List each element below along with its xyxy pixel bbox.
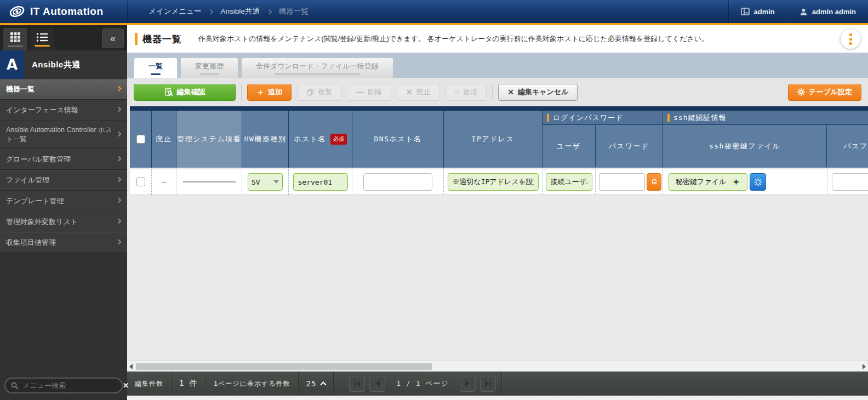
sidebar-panel-header: A Ansible共通 xyxy=(0,50,127,79)
sidebar-item-collected-values[interactable]: 収集項目値管理 xyxy=(0,232,127,253)
sidebar-item-label: インターフェース情報 xyxy=(6,105,78,115)
scrollbar-thumb[interactable] xyxy=(136,363,432,370)
col-ssh-key-file[interactable]: ssh秘密鍵ファイル xyxy=(663,125,827,167)
sidebar-collapse-button[interactable]: « xyxy=(102,28,124,48)
col-system-no[interactable]: 管理システム項番 xyxy=(176,111,242,168)
list-icon xyxy=(36,32,48,42)
tab-underline xyxy=(199,73,219,75)
add-button[interactable]: ＋ 追加 xyxy=(247,84,292,101)
password-reveal-button[interactable] xyxy=(647,173,661,191)
scroll-right-arrow[interactable] xyxy=(860,363,868,370)
review-document-icon xyxy=(164,88,173,96)
tab-underline xyxy=(8,45,23,47)
group-ssh-key-auth-label: ssh鍵認証情報 xyxy=(673,113,726,123)
discard-button[interactable]: ✕ 廃止 xyxy=(397,84,440,101)
ip-address-input[interactable] xyxy=(448,173,539,191)
table-settings-button[interactable]: テーブル設定 xyxy=(788,84,861,101)
footer-spacer xyxy=(501,372,868,396)
col-password[interactable]: パスワード xyxy=(596,125,663,167)
prev-page-button[interactable] xyxy=(369,376,385,392)
edit-count-label: 編集件数 xyxy=(135,379,163,388)
col-host-name[interactable]: ホスト名 必須 xyxy=(289,111,352,168)
sidebar-item-template-management[interactable]: テンプレート管理 xyxy=(0,191,127,212)
chevron-right-icon xyxy=(116,86,122,92)
table-top-strip xyxy=(130,106,868,111)
breadcrumb-chevron-icon xyxy=(266,9,272,15)
scroll-left-arrow[interactable] xyxy=(127,363,135,370)
last-page-button[interactable] xyxy=(480,376,496,392)
ssh-key-generate-button[interactable] xyxy=(750,173,766,191)
required-badge: 必須 xyxy=(330,134,347,145)
sidebar-tab-grid[interactable] xyxy=(3,28,27,50)
login-user-input[interactable] xyxy=(546,173,592,191)
delete-button[interactable]: ― 削除 xyxy=(347,84,391,101)
admin-menu-button[interactable]: admin xyxy=(728,0,787,23)
col-dns-host-name[interactable]: DNSホスト名 xyxy=(352,111,444,168)
scrollbar-track[interactable] xyxy=(135,363,860,370)
edit-cancel-button[interactable]: ✕ 編集キャンセル xyxy=(498,84,578,101)
row-ssh-key-file-cell: 秘密鍵ファイル ＋ xyxy=(663,169,827,195)
tab-change-history[interactable]: 変更履歴 xyxy=(180,58,238,78)
menu-search-input[interactable] xyxy=(22,381,119,390)
col-passphrase[interactable]: パスフレーズ xyxy=(827,125,868,167)
next-page-button[interactable] xyxy=(460,376,476,392)
user-account-button[interactable]: admin admin xyxy=(787,0,868,23)
kebab-dot xyxy=(849,33,852,36)
page-kebab-menu-button[interactable] xyxy=(841,29,860,49)
group-ssh-key-auth: ssh鍵認証情報 ssh秘密鍵ファイル パスフレーズ xyxy=(663,111,868,168)
row-checkbox[interactable] xyxy=(136,178,145,186)
circle-icon: ○ xyxy=(455,88,459,96)
breadcrumb-ansible-common[interactable]: Ansible共通 xyxy=(220,7,259,16)
sidebar-panel-title: Ansible共通 xyxy=(24,60,81,70)
discard-dash: — xyxy=(161,177,166,187)
edit-cancel-label: 編集キャンセル xyxy=(518,87,569,97)
window-icon xyxy=(741,8,750,15)
col-hw-type[interactable]: HW機器種別 xyxy=(242,111,289,168)
first-page-button[interactable] xyxy=(349,376,365,392)
password-input[interactable] xyxy=(599,173,645,191)
sidebar-tab-list[interactable] xyxy=(30,28,54,50)
per-page-value: 25 xyxy=(306,379,317,388)
breadcrumb-main-menu[interactable]: メインメニュー xyxy=(149,7,201,16)
duplicate-button[interactable]: 複製 xyxy=(297,84,341,101)
hw-type-select[interactable]: SV xyxy=(248,173,283,191)
dns-host-name-input[interactable] xyxy=(363,173,432,191)
ssh-key-file-button[interactable]: 秘密鍵ファイル ＋ xyxy=(669,173,747,191)
sidebar-item-label: 管理対象外変数リスト xyxy=(6,217,78,227)
tab-download-bulk-register[interactable]: 全件ダウンロード・ファイル一括登録 xyxy=(241,58,393,78)
sidebar-item-aac-host-list[interactable]: Ansible Automation Controller ホスト一覧 xyxy=(0,121,127,149)
sidebar-item-file-management[interactable]: ファイル管理 xyxy=(0,170,127,191)
passphrase-input[interactable] xyxy=(832,173,868,191)
row-discard-cell: — xyxy=(152,169,176,195)
per-page-select[interactable]: 25 xyxy=(299,372,334,396)
horizontal-scrollbar xyxy=(127,361,868,372)
toolbar-divider xyxy=(492,84,493,100)
chevron-right-icon xyxy=(116,131,122,136)
search-clear-icon[interactable]: ✕ xyxy=(123,381,129,390)
breadcrumb: メインメニュー Ansible共通 機器一覧 xyxy=(127,0,728,23)
sidebar-item-global-variables[interactable]: グローバル変数管理 xyxy=(0,149,127,170)
main-content: 機器一覧 作業対象ホストの情報をメンテナンス(閲覧/登録/更新/廃止)できます。… xyxy=(127,25,868,400)
sidebar-search-area: ✕ xyxy=(0,372,127,400)
content-tab-bar: 一覧 変更履歴 全件ダウンロード・ファイル一括登録 xyxy=(127,53,868,78)
select-all-checkbox[interactable] xyxy=(136,135,145,144)
bottom-strip xyxy=(127,396,868,400)
chevron-right-icon xyxy=(116,156,122,161)
edit-confirm-button[interactable]: 編集確認 xyxy=(134,84,236,101)
tab-label: 全件ダウンロード・ファイル一括登録 xyxy=(256,61,379,71)
restore-button[interactable]: ○ 復活 xyxy=(446,84,487,101)
tab-list[interactable]: 一覧 xyxy=(134,58,178,78)
sidebar-item-device-list[interactable]: 機器一覧 xyxy=(0,79,127,100)
x-icon: ✕ xyxy=(507,88,514,96)
search-icon xyxy=(11,382,19,390)
user-icon xyxy=(800,8,808,16)
col-ip-address[interactable]: IPアドレス xyxy=(444,111,542,168)
host-name-input[interactable] xyxy=(293,173,348,191)
col-user[interactable]: ユーザ xyxy=(542,125,596,167)
col-discard[interactable]: 廃止 xyxy=(152,111,176,168)
table-settings-label: テーブル設定 xyxy=(809,87,852,97)
table-footer: 編集件数 1 件 1ページに表示する件数 25 1 / 1 ページ xyxy=(127,372,868,396)
sidebar-item-unmanaged-variables[interactable]: 管理対象外変数リスト xyxy=(0,212,127,232)
spinner-icon xyxy=(754,178,762,186)
sidebar-item-interface-info[interactable]: インターフェース情報 xyxy=(0,100,127,121)
